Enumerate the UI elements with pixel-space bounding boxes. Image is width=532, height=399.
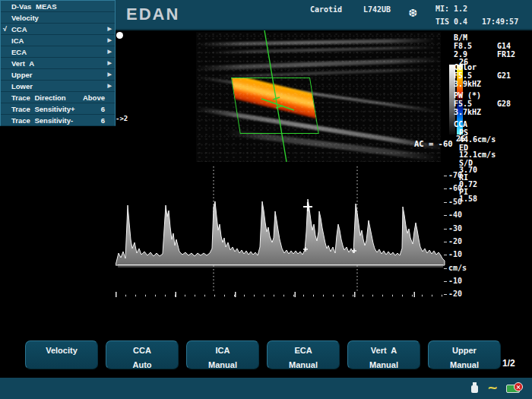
menu-item-label: Trace Sensitivity-: [11, 116, 101, 125]
menu-item-label: Vert A: [11, 59, 105, 68]
menu-item-lower[interactable]: Lower▶: [1, 81, 115, 92]
result-value: 12.1cm/s: [459, 150, 496, 159]
menu-title-label: D-Vas MEAS: [11, 2, 112, 11]
ac-power-icon: ~: [487, 380, 498, 395]
probe-orientation-marker: [116, 32, 123, 39]
velocity-scale-tick: -10: [444, 277, 462, 285]
submenu-arrow-icon: ▶: [106, 26, 112, 32]
velocity-scale-tick: -70: [444, 171, 462, 179]
velocity-scale-tick: -50: [444, 198, 462, 206]
probe-model-label: L742UB: [363, 5, 391, 14]
bm-framerate: FR12: [497, 50, 515, 59]
submenu-arrow-icon: ▶: [106, 83, 112, 89]
bm-frequency: F8.5: [454, 42, 472, 50]
menu-item-label: CCA: [11, 25, 105, 33]
menu-item-label: Lower: [11, 82, 105, 90]
softkey-sublabel: Manual: [289, 360, 318, 369]
menu-item-trace-sensitivity-plus[interactable]: Trace Sensitivity+6: [1, 103, 115, 115]
menu-item-value: Above: [83, 93, 105, 102]
submenu-arrow-icon: ▶: [106, 60, 112, 66]
dvas-meas-menu: D-Vas MEAS Velocity √CCA▶ ICA▶ ECA▶ Vert…: [0, 0, 116, 126]
submenu-arrow-icon: ▶: [106, 37, 112, 43]
menu-item-label: ECA: [11, 48, 105, 56]
softkey-sublabel: Manual: [208, 360, 237, 369]
softkey-label: CCA: [133, 346, 151, 355]
battery-error-badge-icon: [514, 382, 523, 391]
submenu-arrow-icon: ▶: [106, 71, 112, 78]
menu-item-upper[interactable]: Upper▶: [1, 69, 115, 81]
speckle-noise: [196, 32, 441, 162]
spectral-doppler-waveform: [116, 163, 445, 300]
usb-icon: [471, 382, 478, 393]
result-value: 44.6cm/s: [459, 135, 496, 144]
bm-gain: G14: [497, 42, 511, 50]
menu-item-value: 6: [101, 116, 105, 125]
menu-item-trace-direction[interactable]: Trace DirectionAbove: [1, 92, 115, 103]
softkey-eca[interactable]: ECAManual: [267, 340, 340, 369]
softkey-label: Velocity: [46, 346, 78, 355]
menu-item-velocity[interactable]: Velocity: [1, 12, 115, 24]
color-gain: G21: [497, 71, 511, 80]
edan-logo: EDAN: [126, 5, 179, 24]
velocity-scale-tick: -20: [444, 237, 462, 245]
softkey-cca[interactable]: CCAAuto: [106, 340, 179, 369]
velocity-scale-tick: -30: [444, 224, 462, 233]
menu-item-vert-a[interactable]: Vert A▶: [1, 58, 115, 69]
spectrum-trace: [116, 199, 445, 265]
depth-marker: ->2: [116, 115, 128, 122]
menu-item-eca[interactable]: ECA▶: [1, 46, 115, 58]
menu-item-cca[interactable]: √CCA▶: [1, 24, 115, 35]
angle-correction-value: AC = -60: [414, 139, 453, 148]
velocity-scale-tick: -10: [444, 250, 462, 258]
color-mode-title: Color: [454, 63, 477, 71]
softkey-label: Vert A: [371, 346, 397, 355]
menu-item-value: 6: [101, 105, 105, 113]
freeze-snowflake-icon: ❆: [409, 6, 416, 19]
softkey-label: ICA: [216, 346, 230, 355]
pw-frequency: F5.5: [454, 100, 472, 108]
softkey-upper[interactable]: UpperManual: [428, 340, 501, 369]
result-vessel-name: CCA: [454, 120, 467, 128]
softkey-velocity[interactable]: Velocity: [25, 340, 98, 369]
velocity-scale-tick: -60: [444, 184, 462, 192]
softkey-page-indicator[interactable]: 1/2: [502, 358, 515, 369]
ultrasound-screen: EDAN Carotid L742UB ❆ MI: 1.2 TIS 0.4 17…: [0, 0, 532, 399]
menu-item-label: Upper: [11, 71, 105, 79]
b-mode-image: [196, 32, 441, 162]
velocity-scale-tick: -40: [444, 211, 462, 219]
softkey-sublabel: Manual: [450, 360, 479, 369]
menu-item-label: Trace Sensitivity+: [11, 105, 101, 113]
menu-title: D-Vas MEAS: [1, 1, 115, 12]
bm-depth: 2.9: [454, 50, 467, 59]
pw-gain: G28: [497, 100, 511, 108]
velocity-scale-unit: cm/s: [444, 264, 467, 272]
check-icon: √: [3, 25, 11, 33]
color-frequency: F5.5: [454, 71, 472, 80]
submenu-arrow-icon: ▶: [106, 49, 112, 55]
menu-item-trace-sensitivity-minus[interactable]: Trace Sensitivity-6: [1, 115, 115, 125]
color-prf: 3.9kHZ: [454, 80, 481, 88]
softkey-sublabel: Manual: [369, 360, 398, 369]
mi-value: MI: 1.2: [435, 5, 467, 13]
softkey-label: Upper: [452, 346, 477, 355]
tis-value: TIS 0.4: [435, 17, 467, 26]
menu-item-ica[interactable]: ICA▶: [1, 35, 115, 46]
pw-mode-title: PW (*): [454, 91, 481, 100]
bm-mode-title: B/M: [454, 33, 467, 42]
menu-item-label: ICA: [11, 36, 105, 45]
exam-preset-label: Carotid: [310, 5, 342, 14]
velocity-scale-tick: -20: [444, 290, 462, 298]
softkey-sublabel: Auto: [132, 360, 151, 369]
softkey-ica[interactable]: ICAManual: [186, 340, 259, 369]
pw-prf: 3.7kHZ: [454, 108, 481, 116]
status-bar: Carotid Vel->[Set] to fix on the velocit…: [0, 378, 532, 399]
menu-item-label: Velocity: [11, 14, 105, 22]
menu-item-label: Trace Direction: [11, 93, 83, 102]
softkey-label: ECA: [294, 346, 312, 355]
ps-caliper-cross[interactable]: [303, 202, 312, 211]
softkey-vert-a[interactable]: Vert AManual: [347, 340, 420, 369]
clock: 17:49:57: [482, 17, 518, 26]
